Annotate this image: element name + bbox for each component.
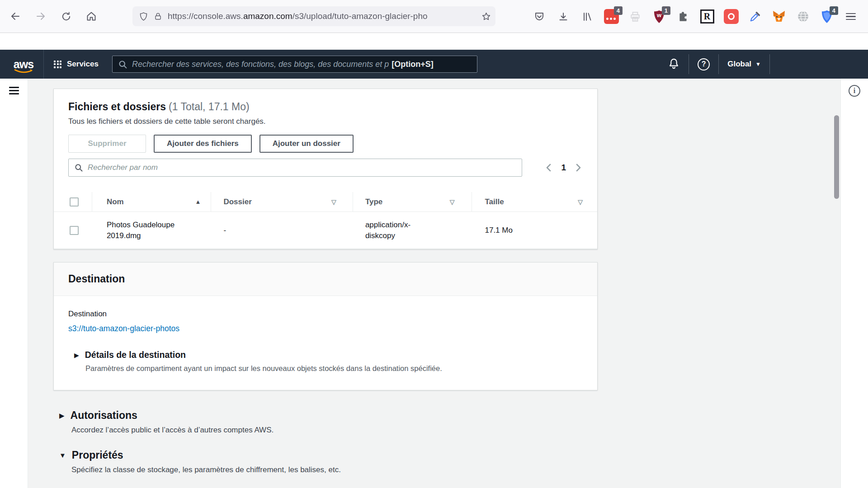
- url-text: https://console.aws.amazon.com/s3/upload…: [168, 11, 480, 21]
- info-icon[interactable]: i: [849, 85, 860, 97]
- cell-taille: 17.1 Mo: [485, 225, 512, 236]
- column-header-type[interactable]: Type ▽: [353, 192, 472, 211]
- column-header-dossier[interactable]: Dossier ▽: [211, 192, 353, 211]
- maroon-shield-badge: 1: [662, 6, 670, 15]
- triangle-expanded-icon: ▼: [59, 451, 66, 459]
- proprietes-section: ▼ Propriétés Spécifiez la classe de stoc…: [53, 449, 598, 474]
- library-icon[interactable]: [578, 8, 596, 26]
- add-files-button[interactable]: Ajouter des fichiers: [154, 135, 252, 153]
- files-table: Nom ▲ Dossier ▽ Type ▽ Taille: [54, 192, 597, 249]
- lock-icon[interactable]: [154, 12, 162, 21]
- navbar-divider: [769, 54, 770, 74]
- bookmark-star-icon[interactable]: [481, 12, 491, 21]
- destination-label: Destination: [68, 310, 583, 319]
- cell-dossier: -: [223, 225, 226, 236]
- blue-shield-badge: 4: [830, 6, 838, 15]
- blue-shield-icon[interactable]: 4: [818, 8, 836, 26]
- prev-page-icon[interactable]: [545, 163, 552, 172]
- scrollbar[interactable]: [834, 115, 839, 199]
- sort-icon[interactable]: ▽: [578, 198, 583, 206]
- proprietes-expander[interactable]: ▼ Propriétés: [53, 449, 598, 461]
- cell-type: application/x-diskcopy: [365, 220, 419, 241]
- services-grid-icon: [54, 61, 61, 68]
- extension-cluster: 4 w 1 R: [530, 0, 868, 33]
- reload-icon[interactable]: [57, 7, 75, 25]
- printer-icon[interactable]: [626, 8, 644, 26]
- right-info-strip: i: [840, 79, 868, 488]
- camera-icon[interactable]: [722, 8, 740, 26]
- destination-panel-body: Destination s3://tuto-amazon-glacier-pho…: [54, 296, 597, 390]
- chevron-down-icon: ▼: [755, 61, 761, 67]
- reader-r-icon[interactable]: R: [698, 8, 716, 26]
- select-all-checkbox[interactable]: [70, 197, 79, 206]
- triangle-collapsed-icon: ▶: [74, 352, 79, 359]
- url-prefix: https://console.aws.: [168, 11, 243, 21]
- forward-icon[interactable]: [32, 7, 50, 25]
- triangle-collapsed-icon: ▶: [59, 412, 65, 420]
- files-panel-title: Fichiers et dossiers(1 Total, 17.1 Mo): [68, 89, 583, 113]
- search-icon: [118, 60, 127, 69]
- delete-button[interactable]: Supprimer: [68, 135, 146, 153]
- puzzle-extension-icon[interactable]: [674, 8, 692, 26]
- row-checkbox[interactable]: [70, 226, 79, 235]
- region-selector[interactable]: Global ▼: [727, 60, 761, 69]
- url-bar[interactable]: https://console.aws.amazon.com/s3/upload…: [132, 6, 495, 26]
- proprietes-description: Spécifiez la classe de stockage, les par…: [71, 465, 598, 474]
- download-icon[interactable]: [554, 8, 572, 26]
- metamask-fox-icon[interactable]: [770, 8, 788, 26]
- files-actions: Supprimer Ajouter des fichiers Ajouter u…: [68, 135, 583, 153]
- sort-icon[interactable]: ▽: [450, 198, 455, 206]
- services-menu[interactable]: Services: [54, 60, 99, 69]
- column-header-taille[interactable]: Taille ▽: [472, 192, 597, 211]
- maroon-shield-icon[interactable]: w 1: [650, 8, 668, 26]
- home-icon[interactable]: [82, 7, 100, 25]
- destination-panel: Destination Destination s3://tuto-amazon…: [53, 262, 598, 390]
- back-icon[interactable]: [6, 7, 24, 25]
- aws-logo[interactable]: aws: [11, 59, 36, 70]
- pocket-icon[interactable]: [530, 8, 548, 26]
- navbar-divider: [689, 54, 689, 74]
- search-icon: [74, 163, 83, 174]
- proprietes-title: Propriétés: [72, 449, 123, 461]
- destination-details-title: Détails de la destination: [85, 350, 186, 360]
- column-header-nom[interactable]: Nom ▲: [92, 192, 212, 211]
- destination-details-expander[interactable]: ▶ Détails de la destination: [68, 350, 583, 360]
- navbar-right: ? Global ▼: [668, 54, 778, 74]
- aws-smile-icon: [14, 69, 33, 74]
- next-page-icon[interactable]: [576, 163, 582, 172]
- autorisations-section: ▶ Autorisations Accordez l’accès public …: [53, 409, 598, 435]
- aws-search-placeholder: Rechercher des services, des fonctions, …: [132, 60, 389, 69]
- pagination: 1: [545, 163, 583, 173]
- aws-search-bar[interactable]: Rechercher des services, des fonctions, …: [112, 56, 477, 73]
- sort-ascending-icon[interactable]: ▲: [195, 198, 201, 205]
- screen: https://console.aws.amazon.com/s3/upload…: [0, 0, 868, 488]
- help-icon[interactable]: ?: [698, 58, 710, 70]
- eyedropper-icon[interactable]: [746, 8, 764, 26]
- globe-icon[interactable]: [794, 8, 812, 26]
- browser-menu-icon[interactable]: [842, 8, 860, 26]
- page-content: i Fichiers et dossiers(1 Total, 17.1 Mo)…: [0, 79, 868, 488]
- cell-nom: Photos Guadeloupe 2019.dmg: [107, 220, 190, 241]
- url-domain: amazon.com: [243, 11, 292, 21]
- destination-bucket-link[interactable]: s3://tuto-amazon-glacier-photos: [68, 324, 179, 333]
- red-dots-badge: 4: [614, 6, 623, 15]
- add-folder-button[interactable]: Ajouter un dossier: [259, 135, 354, 153]
- svg-text:w: w: [656, 12, 661, 19]
- sort-icon[interactable]: ▽: [331, 198, 336, 206]
- browser-toolbar: https://console.aws.amazon.com/s3/upload…: [0, 0, 868, 33]
- sidebar-menu-icon[interactable]: [9, 87, 28, 94]
- services-label: Services: [67, 60, 99, 69]
- autorisations-title: Autorisations: [71, 409, 137, 422]
- region-label: Global: [727, 60, 751, 69]
- destination-title: Destination: [68, 273, 125, 285]
- current-page[interactable]: 1: [561, 163, 566, 173]
- tracking-shield-icon[interactable]: [139, 12, 148, 21]
- main-column: Fichiers et dossiers(1 Total, 17.1 Mo) T…: [53, 79, 598, 474]
- navbar-divider: [718, 54, 719, 74]
- search-by-name-input[interactable]: [68, 159, 522, 177]
- autorisations-expander[interactable]: ▶ Autorisations: [53, 409, 598, 422]
- red-dots-extension-icon[interactable]: 4: [602, 8, 620, 26]
- table-header: Nom ▲ Dossier ▽ Type ▽ Taille: [54, 192, 597, 212]
- notifications-bell-icon[interactable]: [668, 57, 680, 71]
- destination-details-description: Paramètres de compartiment ayant un impa…: [85, 364, 583, 373]
